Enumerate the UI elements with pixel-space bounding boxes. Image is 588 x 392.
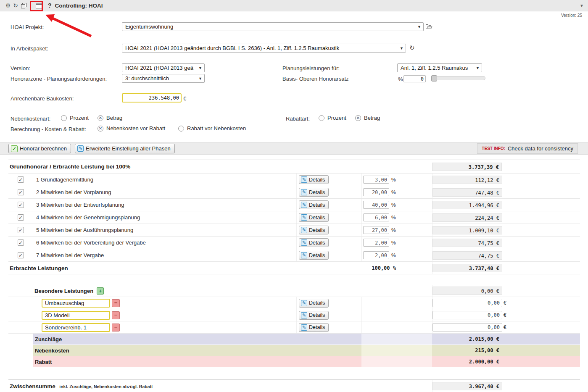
base-rate-slider[interactable]	[431, 76, 485, 80]
phase-percent-input[interactable]	[363, 188, 389, 196]
phase-percent-input[interactable]	[363, 176, 389, 184]
special-service-value-input[interactable]	[432, 323, 502, 331]
remove-special-service-button[interactable]: −	[112, 311, 120, 319]
remove-special-service-button[interactable]: −	[112, 324, 120, 331]
details-button[interactable]: ✎Details	[299, 299, 329, 308]
percent-unit: %	[391, 202, 396, 208]
calc-order-label: Berechnung - Kosten & Rabatt:	[11, 126, 86, 132]
details-button-label: Details	[309, 227, 325, 233]
version-dropdown[interactable]: HOAI 2021 (HOAI 2013 geä ▼	[122, 63, 205, 72]
phase-row: ✓ 3 Mitwirken bei der Entwurfsplanung ✎D…	[8, 199, 580, 211]
panel-menu-arrow-icon[interactable]: ▼	[580, 3, 584, 8]
project-dropdown[interactable]: Eigentumswohnung ▼	[122, 22, 424, 31]
special-service-name-input[interactable]	[42, 311, 110, 320]
chevron-down-icon: ▼	[400, 46, 403, 50]
special-service-value-input[interactable]	[432, 311, 502, 319]
special-services-label: Besondere Leistungen	[34, 288, 93, 294]
phase-percent-input[interactable]	[363, 213, 389, 221]
fee-zone-dropdown[interactable]: 3: durchschnittlich ▼	[122, 74, 205, 83]
edit-icon: ✎	[301, 312, 307, 318]
slider-handle[interactable]	[431, 75, 437, 82]
overhead-row: Nebenkosten 215,00 €	[8, 345, 580, 356]
costs-currency: €	[183, 95, 186, 102]
phase-checkbox[interactable]: ✓	[18, 176, 24, 183]
sync-icon[interactable]: ↻	[12, 2, 19, 9]
special-service-name-input[interactable]	[42, 323, 110, 332]
version-field-label: Version:	[11, 65, 30, 71]
overhead-amount-radio[interactable]: ✕ Betrag	[98, 115, 122, 121]
remove-special-service-button[interactable]: −	[112, 299, 120, 307]
discount-amount-radio[interactable]: ✕ Betrag	[355, 115, 380, 121]
phase-value: 224,24 €	[432, 213, 502, 222]
phase-checkbox[interactable]: ✓	[18, 202, 24, 208]
toolbar: ⚙ ↻ ? Controlling: HOAI ▼	[0, 0, 588, 11]
edit-icon: ✎	[301, 176, 307, 183]
phase-name: 5 Mitwirken bei der Ausführungsplanung	[36, 227, 133, 233]
phase-row: ✓ 6 Mitwirken bei der Vorbereitung der V…	[8, 237, 580, 249]
phase-checkbox[interactable]: ✓	[18, 239, 24, 246]
calc-order-option-a-radio[interactable]: ✕ Nebenkosten vor Rabatt	[98, 125, 165, 132]
phase-percent-input[interactable]	[363, 251, 389, 259]
details-button[interactable]: ✎Details	[299, 175, 329, 184]
discount-type-label: Rabattart:	[286, 116, 310, 122]
edit-icon: ✎	[301, 239, 307, 246]
edit-icon: ✎	[301, 252, 307, 258]
surcharges-row: Zuschläge 2.015,00 €	[8, 334, 580, 345]
special-service-name-input[interactable]	[42, 299, 110, 308]
add-special-service-button[interactable]: +	[97, 287, 104, 295]
base-rate-input[interactable]	[403, 75, 426, 82]
help-icon[interactable]: ?	[48, 2, 52, 9]
details-button-label: Details	[309, 215, 325, 221]
phase-value: 1.009,10 €	[432, 226, 502, 234]
discount-percent-radio[interactable]: Prozent	[319, 115, 346, 121]
calculate-fee-button-label: Honorar berechnen	[20, 145, 67, 152]
costs-input[interactable]	[122, 93, 182, 103]
percent-unit: %	[391, 177, 396, 183]
phase-checkbox[interactable]: ✓	[18, 227, 24, 233]
overhead-value: 215,00 €	[432, 345, 580, 356]
overhead-label: Nebenkosten	[33, 345, 361, 356]
calculate-fee-button[interactable]: ✓ Honorar berechnen	[8, 144, 71, 153]
details-button[interactable]: ✎Details	[299, 323, 329, 332]
discount-row: Rabatt 2.000,00 €	[8, 356, 580, 368]
currency-label: €	[504, 324, 506, 330]
workpackage-dropdown[interactable]: HOAI 2021 (HOAI 2013 geändert durch BGBl…	[122, 44, 406, 53]
discount-label: Rabatt	[33, 356, 361, 367]
table-header-value: 3.737,39 €	[432, 163, 502, 171]
phase-name: 3 Mitwirken bei der Entwurfsplanung	[36, 202, 124, 208]
phase-value: 1.494,96 €	[432, 201, 502, 209]
overhead-type-label: Nebenkostenart:	[11, 116, 50, 122]
phase-percent-input[interactable]	[363, 239, 389, 247]
phase-row: ✓ 5 Mitwirken bei der Ausführungsplanung…	[8, 224, 580, 237]
phase-percent-input[interactable]	[363, 226, 389, 234]
calc-order-option-b-radio[interactable]: Rabatt vor Nebenkosten	[178, 125, 246, 132]
edit-icon: ✎	[301, 214, 307, 221]
details-button[interactable]: ✎Details	[299, 188, 329, 197]
open-folder-icon[interactable]	[425, 23, 432, 31]
details-button[interactable]: ✎Details	[299, 251, 329, 260]
details-button[interactable]: ✎Details	[299, 226, 329, 234]
calc-order-option-b-label: Rabatt vor Nebenkosten	[187, 125, 246, 132]
planning-for-dropdown[interactable]: Anl. 1, Ziff. 1.2.5 Raumakus ▼	[397, 63, 482, 72]
copy-icon[interactable]	[19, 3, 28, 8]
overhead-percent-radio[interactable]: Prozent	[61, 115, 89, 121]
percent-unit: %	[391, 253, 396, 258]
details-button[interactable]: ✎Details	[299, 311, 329, 320]
phase-checkbox[interactable]: ✓	[18, 252, 24, 258]
phase-checkbox[interactable]: ✓	[18, 189, 24, 195]
surcharges-value: 2.015,00 €	[432, 334, 580, 345]
table-header-row: Grundhonorar / Erbrachte Leistung bei 10…	[8, 160, 580, 174]
details-button-label: Details	[309, 300, 325, 306]
settings-icon[interactable]: ⚙	[4, 2, 12, 9]
special-service-value-input[interactable]	[432, 299, 502, 307]
details-button[interactable]: ✎Details	[299, 213, 329, 222]
reload-icon[interactable]: ↻	[409, 44, 415, 52]
fee-table: Grundhonorar / Erbrachte Leistung bei 10…	[8, 160, 580, 392]
phase-percent-input[interactable]	[363, 201, 389, 209]
surcharges-label: Zuschläge	[33, 334, 361, 345]
details-button[interactable]: ✎Details	[299, 200, 329, 209]
base-rate-unit: %	[398, 76, 403, 82]
phase-checkbox[interactable]: ✓	[18, 214, 24, 221]
details-button[interactable]: ✎Details	[299, 238, 329, 247]
advanced-settings-button[interactable]: ✎ Erweiterte Einstellung aller Phasen	[75, 144, 175, 153]
